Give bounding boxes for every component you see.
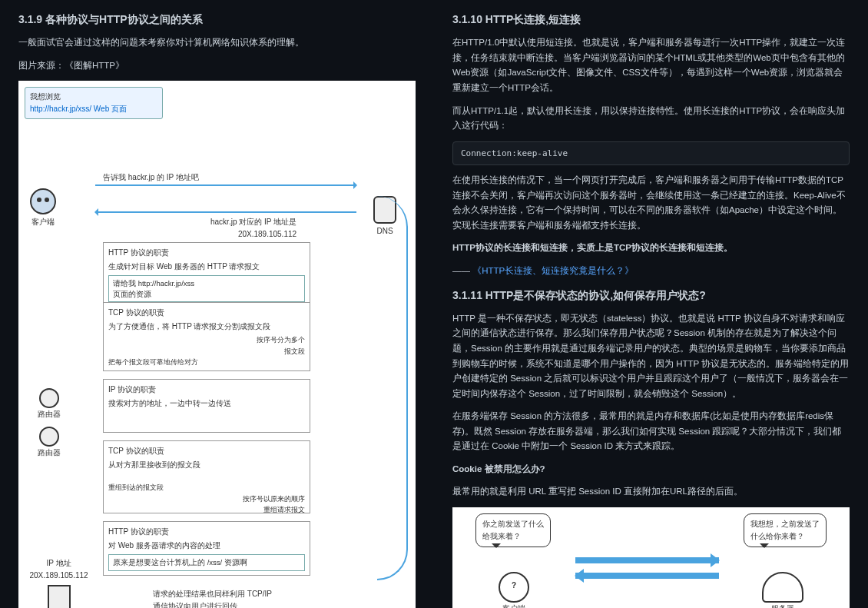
server-speech-bubble: 我想想，之前发送了什么给你来着？ (744, 513, 827, 547)
router-icon-2: 路由器 (38, 427, 61, 459)
dns-response-l1: hackr.jp 对应的 IP 地址是 (210, 216, 297, 228)
arrow-right-icon (575, 557, 719, 563)
p-session-save: 在服务端保存 Session 的方法很多，最常用的就是内存和数据库(比如是使用内… (452, 409, 850, 454)
ref-link[interactable]: 《HTTP长连接、短连接究竟是什么？》 (472, 266, 634, 275)
http-response-box: HTTP 协议的职责 对 Web 服务器请求的内容的处理 原来是想要这台计算机上… (103, 521, 310, 575)
server-ip-label: IP 地址 20X.189.105.112 hackr.jp 服务器 (26, 557, 91, 608)
client-speech-bubble: 你之前发送了什么给我来着？ (475, 513, 551, 547)
http-request-box: HTTP 协议的职责 生成针对目标 Web 服务器的 HTTP 请求报文 请给我… (103, 242, 310, 307)
tcp-split-box: TCP 协议的职责 为了方便通信，将 HTTP 请求报文分割成报文段 按序号分为… (103, 302, 310, 371)
code-keep-alive: Connection:keep-alive (452, 141, 850, 166)
dns-request-label: 告诉我 hackr.jp 的 IP 地址吧 (103, 171, 199, 184)
sess-client-icon: 客户端 (499, 572, 529, 608)
tcp-reassemble-box: TCP 协议的职责 从对方那里接收到的报文段 重组到达的报文段 按序号以原来的顺… (103, 440, 310, 513)
image-source: 图片来源：《图解HTTP》 (18, 58, 416, 74)
result-label: 请求的处理结果也同样利用 TCP/IP 通信协议向用户进行回传 (153, 588, 272, 608)
p-cookie-disabled: Cookie 被禁用怎么办? (452, 462, 850, 477)
p-long-conn-intro: 而从HTTP/1.1起，默认使用长连接，用以保持连接特性。使用长连接的HTTP协… (452, 104, 850, 134)
bubble-line2: http://hackr.jp/xss/ Web 页面 (30, 103, 157, 115)
p-url-rewrite: 最常用的就是利用 URL 重写把 Session ID 直接附加在URL路径的后… (452, 484, 850, 500)
p-short-conn: 在HTTP/1.0中默认使用短连接。也就是说，客户端和服务器每进行一次HTTP操… (452, 35, 850, 95)
intro-text: 一般面试官会通过这样的问题来考察你对计算机网络知识体系的理解。 (18, 35, 416, 51)
p-keep-alive-desc: 在使用长连接的情况下，当一个网页打开完成后，客户端和服务器之间用于传输HTTP数… (452, 173, 850, 233)
p-ref-link: —— 《HTTP长连接、短连接究竟是什么？》 (452, 264, 850, 279)
ip-box: IP 协议的职责 搜索对方的地址，一边中转一边传送 (103, 379, 310, 433)
client-icon: 客户端 (30, 188, 56, 228)
p-stateless: HTTP 是一种不保存状态，即无状态（stateless）协议。也就是说 HTT… (452, 311, 850, 401)
dns-response-l2: 20X.189.105.112 (210, 228, 297, 241)
heading-3-1-9: 3.1.9 各种协议与HTTP协议之间的关系 (18, 11, 416, 28)
stateless-diagram: 你之前发送了什么给我来着？ 我想想，之前发送了什么给你来着？ 客户端 服务器 (452, 507, 850, 608)
http-protocol-diagram: 我想浏览 http://hackr.jp/xss/ Web 页面 客户端 DNS… (18, 81, 416, 608)
arrow-left-icon (575, 573, 719, 579)
heading-3-1-11: 3.1.11 HTTP是不保存状态的协议,如何保存用户状态? (452, 287, 850, 304)
bubble-line1: 我想浏览 (30, 91, 157, 103)
router-icon-1: 路由器 (38, 388, 61, 420)
sess-server-icon: 服务器 (762, 572, 803, 608)
heading-3-1-10: 3.1.10 HTTP长连接,短连接 (452, 11, 850, 28)
p-essence: HTTP协议的长连接和短连接，实质上是TCP协议的长连接和短连接。 (452, 241, 850, 256)
